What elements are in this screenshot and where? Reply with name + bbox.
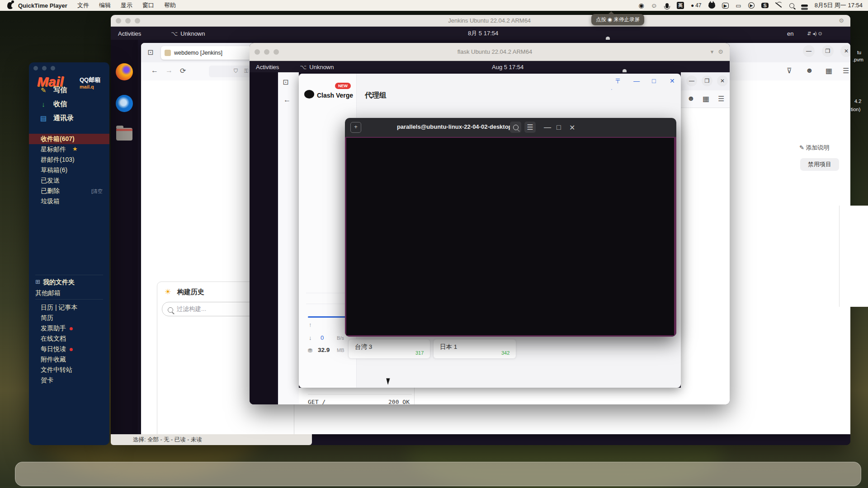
close-icon[interactable]: ✕ bbox=[717, 75, 728, 86]
face-icon[interactable]: ☺ bbox=[651, 2, 657, 9]
minimize-icon[interactable]: — bbox=[544, 123, 551, 131]
qq-folder2-1[interactable]: 其他邮箱 bbox=[35, 289, 61, 297]
minimize-icon[interactable]: — bbox=[686, 75, 697, 86]
s-app-icon[interactable]: S bbox=[761, 3, 768, 8]
tab-overview-icon[interactable]: ⊡ bbox=[147, 48, 153, 56]
qq-action-receive[interactable]: ↓收信 bbox=[40, 100, 67, 108]
extensions-icon[interactable]: ▦ bbox=[826, 66, 832, 75]
qq-tool-5[interactable]: 文件中转站 bbox=[41, 366, 72, 374]
record-icon[interactable]: ◉ bbox=[638, 2, 644, 9]
qq-select-bar[interactable]: 选择: 全部 - 无 - 已读 - 未读 bbox=[133, 436, 202, 443]
qq-tool-3[interactable]: 每日悦读 bbox=[41, 345, 73, 353]
flask-vm-titlebar[interactable]: flask Ubuntu 22.04.2 ARM64 ▾ ⚙ bbox=[250, 43, 730, 61]
search-icon[interactable] bbox=[510, 122, 521, 133]
desktop-icon-label[interactable]: 4.2 bbox=[854, 99, 861, 104]
new-tab-button[interactable]: + bbox=[350, 122, 361, 133]
qq-folder-extra[interactable]: [清空 bbox=[91, 188, 103, 195]
account-icon[interactable]: ☻ bbox=[806, 66, 813, 75]
cat-proxy-icon[interactable] bbox=[708, 3, 715, 9]
menu-item-帮助[interactable]: 帮助 bbox=[164, 1, 176, 9]
flask-vm-window[interactable]: flask Ubuntu 22.04.2 ARM64 ▾ ⚙ Activitie… bbox=[250, 43, 730, 404]
qq-calendar-notes[interactable]: 日历 | 记事本 bbox=[41, 304, 77, 312]
close-icon[interactable]: ✕ bbox=[670, 77, 675, 84]
close-icon[interactable]: ✕ bbox=[840, 45, 850, 57]
app-menu-title[interactable]: QuickTime Player bbox=[18, 2, 67, 9]
pocket-icon[interactable]: ⊽ bbox=[787, 66, 792, 75]
menu-item-文件[interactable]: 文件 bbox=[77, 1, 89, 9]
thunderbird-icon[interactable] bbox=[115, 94, 134, 113]
input-language-icon[interactable]: 英 bbox=[677, 2, 684, 9]
rhythmbox-icon[interactable] bbox=[115, 151, 134, 170]
menu-icon[interactable]: ☰ bbox=[843, 66, 849, 75]
qq-folder-3[interactable]: 草稿箱(6) bbox=[29, 165, 109, 175]
forward-icon[interactable]: → bbox=[165, 66, 173, 75]
qq-tool-2[interactable]: 在线文档 bbox=[41, 335, 66, 343]
keyboard-layout[interactable]: en bbox=[787, 30, 793, 37]
qq-action-compose[interactable]: ✎写信 bbox=[40, 86, 67, 94]
display-mirroring-icon[interactable]: ▭ bbox=[736, 2, 741, 9]
menu-item-编辑[interactable]: 编辑 bbox=[99, 1, 111, 9]
qq-folder-5[interactable]: 已删除[清空 bbox=[29, 186, 109, 196]
desktop-icon-label[interactable]: .pvm bbox=[853, 57, 863, 62]
gear-icon[interactable]: ⚙ bbox=[718, 48, 723, 55]
qq-tool-0[interactable]: 简历 bbox=[41, 314, 53, 322]
wechat-icon[interactable]: ●47 bbox=[691, 2, 702, 9]
menu-bar-clock[interactable]: 8月5日 周一 17:54 bbox=[815, 1, 863, 9]
apple-menu-icon[interactable] bbox=[7, 2, 13, 9]
window-traffic-lights[interactable] bbox=[116, 18, 140, 23]
qq-folder2-0[interactable]: ⊞我的文件夹 bbox=[35, 278, 75, 286]
maximize-icon[interactable]: ❐ bbox=[822, 45, 834, 57]
ubuntu-dock[interactable] bbox=[111, 40, 138, 445]
menu-item-窗口[interactable]: 窗口 bbox=[142, 1, 154, 9]
activities-button[interactable]: Activities bbox=[256, 64, 279, 70]
terminal-content[interactable] bbox=[345, 137, 676, 337]
request-list[interactable]: GET / 200 OK GET /static/images/testing.… bbox=[308, 388, 414, 404]
minimize-icon[interactable]: — bbox=[803, 45, 815, 57]
maximize-icon[interactable]: □ bbox=[557, 123, 561, 131]
jenkins-vm-clock[interactable]: 8月 5 17:54 bbox=[468, 29, 498, 38]
maximize-icon[interactable]: ❐ bbox=[702, 75, 712, 86]
shield-icon[interactable]: ⛉ bbox=[234, 68, 238, 74]
qq-tool-6[interactable]: 贺卡 bbox=[41, 376, 53, 385]
qq-mail-window[interactable]: Mail QQ邮箱 mail.q ✎写信↓收信▤通讯录 收件箱(607)星标邮件… bbox=[29, 62, 109, 445]
qq-folder-4[interactable]: 已发送 bbox=[29, 175, 109, 186]
menu-item-显示[interactable]: 显示 bbox=[121, 1, 132, 9]
maximize-icon[interactable]: □ bbox=[652, 77, 656, 84]
qq-folder-1[interactable]: 星标邮件★ bbox=[29, 144, 109, 155]
qq-folder-2[interactable]: 群邮件(103) bbox=[29, 155, 109, 165]
chevron-down-icon[interactable]: ▾ bbox=[711, 48, 714, 55]
plus-box-icon[interactable]: ⊞ bbox=[35, 278, 40, 286]
control-center-icon[interactable] bbox=[801, 5, 808, 7]
window-traffic-lights[interactable] bbox=[33, 66, 109, 70]
qq-action-contacts[interactable]: ▤通讯录 bbox=[40, 114, 74, 122]
menu-icon[interactable]: ☰ bbox=[524, 122, 536, 133]
ubuntu-dock[interactable] bbox=[250, 72, 277, 404]
gear-icon[interactable]: ⚙ bbox=[839, 17, 844, 24]
extensions-icon[interactable]: ▦ bbox=[703, 94, 709, 103]
jenkins-vm-titlebar[interactable]: Jenkins Ubuntu 22.04.2 ARM64 ⚙ bbox=[111, 15, 850, 27]
pin-icon[interactable]: 〒 bbox=[615, 77, 622, 85]
reload-icon[interactable]: ⟳ bbox=[180, 66, 186, 75]
qq-folder-6[interactable]: 垃圾箱 bbox=[29, 196, 109, 206]
back-icon[interactable]: ← bbox=[283, 96, 291, 104]
qq-tool-4[interactable]: 附件收藏 bbox=[41, 356, 66, 364]
box-play-icon[interactable]: ▶ bbox=[722, 3, 729, 9]
menu-icon[interactable]: ☰ bbox=[718, 94, 724, 103]
system-tray-icons[interactable]: ⇵ ◂) ⊙ bbox=[807, 31, 822, 37]
account-icon[interactable]: ☻ bbox=[687, 94, 695, 103]
proxy-group-card[interactable]: 台湾 3 317 bbox=[348, 339, 430, 359]
qq-folder-inbox-active[interactable]: 收件箱(607) bbox=[29, 134, 109, 144]
close-icon[interactable]: ✕ bbox=[569, 123, 575, 132]
play-circle-icon[interactable]: ▶ bbox=[748, 2, 755, 9]
mode-switch[interactable] bbox=[611, 89, 612, 90]
add-description-link[interactable]: ✎ 添加说明 bbox=[799, 144, 830, 152]
firefox-icon[interactable] bbox=[115, 62, 134, 81]
terminal-titlebar[interactable]: + parallels@ubuntu-linux-22-04-02-deskto… bbox=[345, 118, 676, 137]
minimize-icon[interactable]: — bbox=[633, 77, 640, 84]
terminal-window[interactable]: + parallels@ubuntu-linux-22-04-02-deskto… bbox=[345, 118, 676, 337]
tab-overview-icon[interactable]: ⊡ bbox=[283, 78, 288, 86]
activities-button[interactable]: Activities bbox=[118, 30, 141, 37]
back-icon[interactable]: ← bbox=[151, 66, 158, 75]
stop-recording-tooltip[interactable]: 点按 ◉ 来停止录屏 bbox=[591, 14, 644, 25]
files-icon[interactable] bbox=[115, 125, 134, 144]
